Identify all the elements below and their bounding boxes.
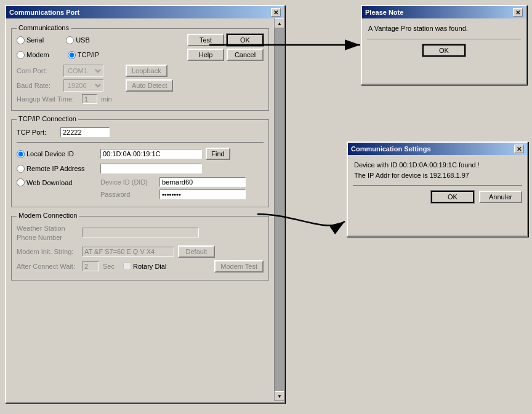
serial-radio-label[interactable]: Serial bbox=[17, 36, 44, 44]
serial-radio[interactable] bbox=[17, 36, 25, 44]
scroll-track[interactable] bbox=[275, 28, 284, 391]
scroll-down-icon: ▼ bbox=[277, 394, 282, 399]
device-id-input[interactable] bbox=[159, 177, 246, 187]
baud-rate-select[interactable]: 19200 bbox=[63, 79, 103, 92]
modem-group-label: Modem Connection bbox=[17, 212, 79, 219]
modem-init-input[interactable] bbox=[82, 247, 174, 257]
comm-settings-message1: Device with ID 00:1D:0A:00:19:1C found ! bbox=[354, 161, 480, 169]
auto-detect-button[interactable]: Auto Detect bbox=[126, 79, 173, 92]
scrollbar[interactable]: ▲ ▼ bbox=[274, 18, 284, 401]
help-button[interactable]: Help bbox=[187, 49, 224, 61]
comm-port-title: Communications Port bbox=[9, 9, 79, 16]
device-id-label: Device ID (DID) bbox=[100, 178, 156, 186]
after-connect-label: After Connect Wait: bbox=[17, 263, 78, 270]
scroll-up-button[interactable]: ▲ bbox=[275, 18, 284, 28]
comm-settings-message2: The IP Addr for device is 192.168.1.97 bbox=[354, 172, 469, 179]
please-note-ok-button[interactable]: OK bbox=[422, 44, 465, 57]
close-icon-note: ✕ bbox=[515, 9, 520, 16]
after-connect-input[interactable] bbox=[82, 261, 99, 271]
remote-ip-radio[interactable] bbox=[17, 165, 25, 173]
web-download-radio[interactable] bbox=[17, 178, 25, 186]
web-download-radio-label[interactable]: Web Download bbox=[17, 178, 97, 186]
com-port-label: Com Port: bbox=[17, 67, 60, 74]
usb-radio-label[interactable]: USB bbox=[66, 36, 90, 44]
remote-ip-input[interactable] bbox=[100, 164, 202, 173]
test-button[interactable]: Test bbox=[187, 34, 224, 46]
comm-port-window: Communications Port ✕ Communications Ser… bbox=[5, 5, 285, 404]
com-port-select[interactable]: COM1 bbox=[63, 65, 103, 77]
tcpip-group-label: TCP/IP Connection bbox=[17, 115, 78, 122]
modem-test-button[interactable]: Modem Test bbox=[214, 260, 264, 273]
comm-port-close-button[interactable]: ✕ bbox=[271, 8, 281, 17]
web-download-label: Web Download bbox=[26, 179, 72, 186]
hangup-wait-input[interactable] bbox=[82, 94, 97, 104]
tcpip-radio[interactable] bbox=[68, 51, 76, 59]
password-input[interactable] bbox=[159, 189, 246, 199]
communications-group: Communications Serial USB Test OK bbox=[11, 28, 269, 111]
remote-ip-label: Remote IP Address bbox=[26, 165, 85, 172]
modem-group: Modem Connection Weather StationPhone Nu… bbox=[11, 216, 269, 281]
weather-station-label: Weather StationPhone Number bbox=[17, 224, 78, 243]
tcpip-label: TCP/IP bbox=[78, 51, 99, 58]
local-device-label: Local Device ID bbox=[26, 150, 74, 157]
comm-settings-title: Communication Settings bbox=[351, 145, 431, 153]
please-note-title: Please Note bbox=[365, 9, 403, 16]
tcp-port-label: TCP Port: bbox=[17, 129, 57, 136]
please-note-message: A Vantage Pro station was found. bbox=[362, 18, 526, 39]
rotary-dial-text: Rotary Dial bbox=[133, 263, 166, 270]
please-note-close-button[interactable]: ✕ bbox=[513, 8, 523, 17]
local-device-radio-label[interactable]: Local Device ID bbox=[17, 150, 97, 158]
local-device-input[interactable] bbox=[100, 149, 202, 159]
tcpip-radio-label[interactable]: TCP/IP bbox=[68, 51, 99, 59]
cancel-button[interactable]: Cancel bbox=[227, 49, 264, 61]
comm-settings-window: Communication Settings ✕ Device with ID … bbox=[347, 141, 528, 237]
hangup-unit: min bbox=[101, 95, 112, 103]
loopback-button[interactable]: Loopback bbox=[126, 65, 167, 77]
scroll-down-button[interactable]: ▼ bbox=[275, 391, 284, 401]
after-connect-unit: Sec bbox=[103, 263, 115, 270]
find-button[interactable]: Find bbox=[206, 148, 230, 160]
comm-port-title-bar: Communications Port ✕ bbox=[6, 6, 284, 18]
tcpip-group: TCP/IP Connection TCP Port: Local Device… bbox=[11, 119, 269, 207]
modem-radio-label[interactable]: Modem bbox=[17, 51, 49, 59]
modem-label: Modem bbox=[26, 51, 49, 58]
please-note-window: Please Note ✕ A Vantage Pro station was … bbox=[361, 5, 527, 85]
local-device-radio[interactable] bbox=[17, 150, 25, 158]
usb-label: USB bbox=[76, 36, 90, 44]
rotary-dial-checkbox[interactable] bbox=[123, 262, 131, 270]
comm-settings-ok-button[interactable]: OK bbox=[431, 191, 474, 203]
tcp-port-input[interactable] bbox=[60, 127, 110, 137]
remote-ip-radio-label[interactable]: Remote IP Address bbox=[17, 165, 97, 173]
default-button[interactable]: Default bbox=[178, 245, 215, 258]
comm-settings-annuler-button[interactable]: Annuler bbox=[479, 191, 522, 203]
comm-settings-message: Device with ID 00:1D:0A:00:19:1C found !… bbox=[348, 155, 527, 185]
modem-radio[interactable] bbox=[17, 51, 25, 59]
close-icon-settings: ✕ bbox=[517, 146, 522, 153]
baud-rate-label: Baud Rate: bbox=[17, 82, 60, 89]
serial-label: Serial bbox=[26, 36, 44, 44]
rotary-dial-label[interactable]: Rotary Dial bbox=[123, 262, 166, 270]
please-note-title-bar: Please Note ✕ bbox=[362, 6, 526, 18]
comm-settings-close-button[interactable]: ✕ bbox=[514, 145, 524, 153]
close-icon: ✕ bbox=[273, 9, 278, 16]
weather-phone-input[interactable] bbox=[82, 228, 199, 237]
usb-radio[interactable] bbox=[66, 36, 74, 44]
hangup-wait-label: Hangup Wait Time: bbox=[17, 95, 78, 103]
modem-init-label: Modem Init. String: bbox=[17, 248, 78, 255]
scroll-up-icon: ▲ bbox=[277, 21, 282, 26]
comm-settings-title-bar: Communication Settings ✕ bbox=[348, 143, 527, 155]
communications-group-label: Communications bbox=[17, 24, 71, 31]
ok-button[interactable]: OK bbox=[227, 34, 264, 46]
password-label: Password bbox=[100, 191, 156, 198]
